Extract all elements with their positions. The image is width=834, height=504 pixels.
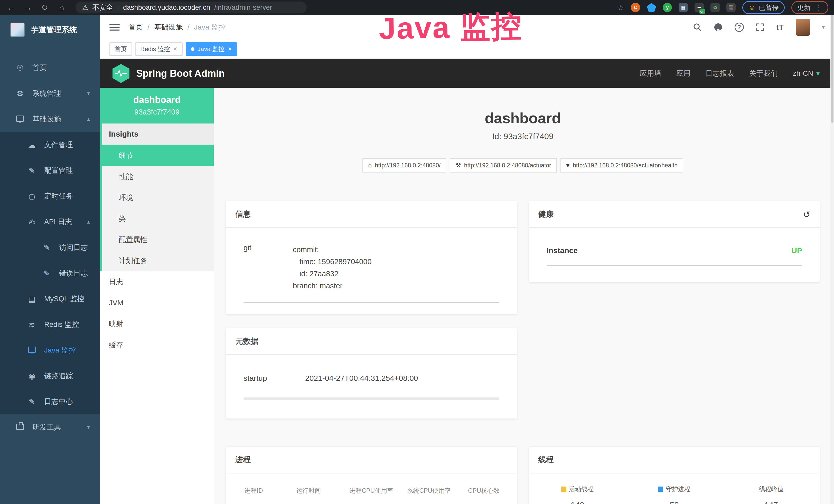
sba-menu-details[interactable]: 细节 <box>102 145 214 166</box>
sidebar-item-api-log[interactable]: ✍ API 日志 ▴ <box>0 209 100 235</box>
instance-box[interactable]: dashboard 93a3fc7f7409 <box>100 88 214 123</box>
threads-card-title: 线程 <box>539 455 554 465</box>
extension-icon[interactable]: ✿ <box>710 3 720 12</box>
sidebar-item-files[interactable]: ☁ 文件管理 <box>0 132 100 158</box>
sidebar-item-config[interactable]: ✎ 配置管理 <box>0 158 100 183</box>
github-icon[interactable] <box>714 23 723 32</box>
breadcrumb-infra[interactable]: 基础设施 <box>154 22 183 32</box>
user-caret-icon[interactable]: ▾ <box>822 24 825 30</box>
close-icon[interactable]: ✕ <box>227 46 232 52</box>
browser-menu-icon[interactable]: ⋮ <box>815 3 822 12</box>
chevron-down-icon: ▾ <box>87 90 90 97</box>
health-instance-row[interactable]: Instance UP <box>540 246 810 255</box>
sba-nav-applications[interactable]: 应用 <box>676 69 691 78</box>
sba-menu-environment[interactable]: 环境 <box>102 187 214 208</box>
tab-home[interactable]: 首页 <box>109 42 132 56</box>
address-bar[interactable]: ⚠ 不安全 | dashboard.yudao.iocoder.cn/infra… <box>75 2 307 13</box>
sidebar-item-system[interactable]: ⚙ 系统管理 ▾ <box>0 81 100 106</box>
sidebar-item-infra[interactable]: 基础设施 ▴ <box>0 106 100 132</box>
health-card: 健康 ↺ Instance UP <box>529 201 820 282</box>
sidebar-item-log-center[interactable]: ✎ 日志中心 <box>0 389 100 414</box>
cloud-upload-icon: ☁ <box>27 140 37 150</box>
browser-home-icon[interactable]: ⌂ <box>57 3 67 12</box>
browser-back-icon[interactable]: ← <box>6 3 16 12</box>
sba-menu-classes[interactable]: 类 <box>102 208 214 229</box>
endpoint-home-link[interactable]: ⌂ http://192.168.0.2:48080/ <box>363 158 446 173</box>
user-avatar[interactable] <box>796 19 810 36</box>
update-label: 更新 <box>797 3 811 12</box>
extension-icon[interactable]: ▦ <box>679 3 688 12</box>
close-icon[interactable]: ✕ <box>173 46 177 52</box>
legend-peak-threads[interactable]: 线程峰值 147 <box>723 485 820 504</box>
paused-pill[interactable]: ☺ 已暂停 <box>742 1 785 14</box>
extension-icon[interactable]: y <box>663 3 672 12</box>
clock-icon: ◷ <box>27 192 37 201</box>
window-scrollbar[interactable] <box>830 15 834 504</box>
endpoint-health-link[interactable]: ♥ http://192.168.0.2:48080/actuator/heal… <box>561 158 683 173</box>
extension-icon[interactable]: on☰ <box>695 3 704 12</box>
sba-menu-config-props[interactable]: 配置属性 <box>102 229 214 250</box>
sba-nav-journal[interactable]: 日志报表 <box>706 69 734 78</box>
update-button[interactable]: 更新 ⋮ <box>791 1 828 14</box>
sidebar-item-redis[interactable]: ≋ Redis 监控 <box>0 312 100 337</box>
bookmark-star-icon[interactable]: ☆ <box>617 3 624 12</box>
page-id-line: Id: 93a3fc7f7409 <box>226 132 820 141</box>
info-card-title: 信息 <box>235 209 251 220</box>
sba-sidebar: dashboard 93a3fc7f7409 Insights 细节 性能 环境… <box>100 88 214 504</box>
app-logo-row[interactable]: 芋道管理系统 <box>0 15 100 45</box>
browser-forward-icon[interactable]: → <box>23 3 33 12</box>
sba-language-select[interactable]: zh-CN ▾ <box>793 69 820 77</box>
layers-icon: ≋ <box>27 320 37 329</box>
address-divider: | <box>117 4 119 12</box>
extension-puzzle-icon[interactable]: ▒ <box>726 3 736 12</box>
sba-menu-caches[interactable]: 缓存 <box>100 335 214 356</box>
extension-icon[interactable] <box>647 3 656 12</box>
search-icon[interactable] <box>693 23 702 31</box>
sba-nav-wallboard[interactable]: 应用墙 <box>640 69 661 78</box>
help-icon[interactable]: ? <box>734 23 744 32</box>
legend-daemon-threads[interactable]: 守护进程 53 <box>626 485 723 504</box>
sidebar-item-home[interactable]: ☉ 首页 <box>0 55 100 81</box>
endpoint-actuator-link[interactable]: ⚒ http://192.168.0.2:48080/actuator <box>450 158 556 173</box>
insights-section: Insights 细节 性能 环境 类 配置属性 计划任务 <box>100 123 214 271</box>
breadcrumb-home[interactable]: 首页 <box>128 22 143 32</box>
briefcase-icon <box>15 423 25 432</box>
sidebar-item-mysql[interactable]: ▤ MySQL 监控 <box>0 286 100 312</box>
sidebar-menu: ☉ 首页 ⚙ 系统管理 ▾ 基础设施 ▴ ☁ 文件管理 <box>0 55 100 440</box>
fullscreen-icon[interactable] <box>756 23 764 31</box>
sba-nav-about[interactable]: 关于我们 <box>749 69 778 78</box>
sba-brand[interactable]: Spring Boot Admin <box>136 68 225 79</box>
tab-java-monitor[interactable]: Java 监控 ✕ <box>186 42 237 56</box>
home-icon: ⌂ <box>368 162 372 169</box>
sidebar-item-java-monitor[interactable]: Java 监控 <box>0 337 100 363</box>
sba-menu-logs[interactable]: 日志 <box>100 271 214 293</box>
sidebar-item-devtools[interactable]: 研发工具 ▾ <box>0 414 100 440</box>
app-logo <box>10 23 25 37</box>
font-size-icon[interactable]: tT <box>776 23 784 31</box>
sidebar-item-tracing[interactable]: ◉ 链路追踪 <box>0 363 100 389</box>
main-column: 首页 / 基础设施 / Java 监控 ? <box>100 15 834 504</box>
sidebar-item-error-log[interactable]: ✎ 错误日志 <box>0 260 100 286</box>
tab-redis-monitor[interactable]: Redis 监控 ✕ <box>135 42 183 56</box>
page-title: dashboard <box>226 109 820 127</box>
hamburger-icon[interactable] <box>109 23 120 31</box>
edit-icon: ✎ <box>27 166 37 175</box>
horizontal-scrollbar[interactable] <box>243 397 499 400</box>
log-edit-icon: ✎ <box>42 269 52 278</box>
extension-icon[interactable]: C <box>631 3 640 12</box>
browser-reload-icon[interactable]: ↻ <box>40 3 50 12</box>
chevron-down-icon: ▾ <box>816 70 820 77</box>
sba-menu-mappings[interactable]: 映射 <box>100 314 214 335</box>
legend-live-threads[interactable]: 活动线程 143 <box>529 485 626 504</box>
sba-menu-metrics[interactable]: 性能 <box>102 166 214 187</box>
process-table: 进程ID 运行时间 进程CPU使用率 系统CPU使用率 CPU核心数 5261 … <box>233 486 510 504</box>
process-card-title: 进程 <box>235 455 251 465</box>
sba-menu-jvm[interactable]: JVM <box>100 293 214 314</box>
sidebar-item-access-log[interactable]: ✎ 访问日志 <box>0 235 100 260</box>
history-icon[interactable]: ↺ <box>803 209 811 220</box>
metadata-card-title: 元数据 <box>235 336 258 347</box>
row-divider <box>243 302 499 303</box>
sba-menu-scheduled-tasks[interactable]: 计划任务 <box>102 250 214 271</box>
sidebar-item-jobs[interactable]: ◷ 定时任务 <box>0 183 100 209</box>
sba-body: dashboard 93a3fc7f7409 Insights 细节 性能 环境… <box>100 88 834 504</box>
